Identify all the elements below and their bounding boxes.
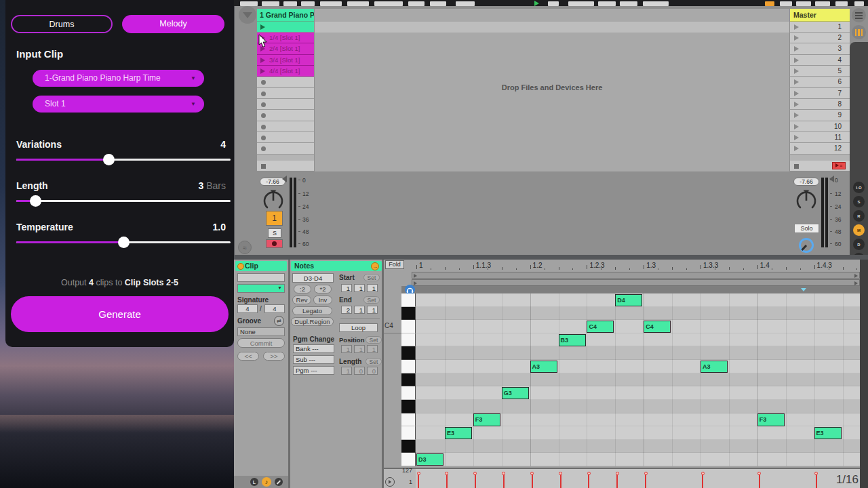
velocity-dot[interactable] — [530, 472, 534, 475]
commit-button[interactable]: Commit — [237, 338, 285, 348]
clip-slot-empty[interactable] — [257, 88, 314, 99]
scene-play-icon[interactable] — [794, 46, 799, 52]
piano-key-f3[interactable] — [401, 413, 416, 427]
io-fold-icon[interactable] — [239, 6, 256, 24]
midi-note-f3[interactable]: F3 — [473, 413, 500, 426]
midi-note-d4[interactable]: D4 — [615, 294, 642, 306]
midi-note-d3[interactable]: D3 — [416, 453, 443, 466]
midi-note-a3[interactable]: A3 — [530, 361, 557, 373]
scene-row[interactable]: 4 — [790, 55, 850, 66]
track-activator-button[interactable]: 1 — [266, 211, 283, 226]
scene-row[interactable]: 1 — [790, 22, 850, 33]
scene-play-icon[interactable] — [794, 79, 799, 85]
velocity-dot[interactable] — [417, 472, 420, 475]
scene-row[interactable]: 5 — [790, 66, 850, 77]
master-pan-knob[interactable] — [795, 189, 818, 212]
piano-key-a3[interactable] — [401, 360, 416, 373]
velocity-stem[interactable] — [418, 474, 419, 488]
scene-row[interactable]: 3 — [790, 43, 850, 54]
master-volume-handle[interactable] — [829, 176, 834, 182]
groove-hotswap-icon[interactable]: ⇄ — [274, 316, 284, 326]
midi-note-f3[interactable]: F3 — [757, 413, 785, 426]
track-header[interactable]: 1 Grand Piano P — [257, 9, 314, 22]
scene-play-icon[interactable] — [794, 102, 799, 107]
legato-button[interactable]: Legato — [292, 306, 332, 315]
length-value-box[interactable]: 0 — [354, 367, 365, 375]
slider-knob[interactable] — [118, 237, 130, 248]
clip-play-icon[interactable] — [260, 24, 265, 30]
midi-note-b3[interactable]: B3 — [559, 334, 586, 346]
start-value-box[interactable]: 1 — [354, 284, 365, 292]
end-value-box[interactable]: 2 — [341, 306, 352, 314]
note-lane-ds3[interactable] — [416, 440, 860, 453]
position-value-box[interactable]: 1 — [367, 345, 378, 353]
midi-note-e3[interactable]: E3 — [814, 427, 842, 439]
pgm-field[interactable]: Pgm --- — [293, 366, 334, 375]
scene-row[interactable]: 7 — [790, 88, 850, 99]
scene-play-icon[interactable] — [794, 113, 799, 118]
velocity-dot[interactable] — [559, 472, 562, 475]
window-splitter[interactable] — [234, 255, 868, 260]
back-to-arrangement-button[interactable]: ≡ — [832, 162, 846, 170]
piano-key-gs3[interactable] — [401, 373, 416, 387]
velocity-stem[interactable] — [759, 474, 760, 488]
track-solo-button[interactable]: S — [268, 228, 281, 238]
tab-melody[interactable]: Melody — [122, 15, 224, 33]
scene-play-icon[interactable] — [794, 135, 799, 140]
scene-play-icon[interactable] — [794, 68, 799, 74]
velocity-stem[interactable] — [702, 474, 703, 488]
clip-slot[interactable]: 4/4 [Slot 1] — [257, 66, 314, 77]
length-value-box[interactable]: 1 — [341, 367, 352, 375]
clip-active-icon[interactable] — [237, 263, 244, 270]
midi-note-a3[interactable]: A3 — [701, 361, 728, 373]
note-lane-fs3[interactable] — [416, 400, 860, 413]
mixer-toggle-s[interactable]: S — [853, 196, 865, 207]
note-lane-gs3[interactable] — [416, 373, 860, 387]
follow-button[interactable]: L — [250, 478, 258, 486]
velocity-stem[interactable] — [475, 474, 476, 488]
clip-slot-empty[interactable] — [257, 99, 314, 110]
piano-key-d3[interactable] — [401, 453, 416, 466]
loop-button[interactable]: Loop — [339, 323, 378, 332]
session-drop-zone[interactable]: Drop Files and Devices Here — [315, 9, 789, 171]
piano-key-ds3[interactable] — [401, 440, 416, 453]
velocity-dot[interactable] — [445, 472, 448, 475]
mixer-toggle-io[interactable]: I-O — [853, 182, 865, 193]
clip-color-chooser[interactable]: ▼ — [237, 284, 285, 293]
piano-key-cs4[interactable] — [401, 307, 416, 321]
sub-bank-field[interactable]: Sub --- — [293, 355, 334, 364]
start-value-box[interactable]: 1 — [341, 284, 352, 292]
mixer-toggle-d[interactable]: D — [853, 239, 865, 250]
piano-key-as3[interactable] — [401, 346, 416, 360]
scene-row[interactable]: 6 — [790, 77, 850, 87]
browser-wave-icon[interactable]: ≈ — [238, 241, 252, 254]
scene-row[interactable]: 10 — [790, 121, 850, 132]
clip-slot-empty[interactable] — [257, 110, 314, 121]
velocity-stem[interactable] — [560, 474, 561, 488]
scene-play-icon[interactable] — [794, 35, 799, 41]
master-solo-button[interactable]: Solo — [794, 224, 819, 233]
scene-overview-icon[interactable] — [852, 8, 866, 22]
end-set-button[interactable]: Set — [363, 296, 380, 304]
slider-track[interactable] — [16, 159, 231, 161]
velocity-stem[interactable] — [616, 474, 618, 488]
velocity-dot[interactable] — [502, 472, 505, 475]
mixer-view-icon[interactable] — [852, 25, 866, 39]
scene-play-icon[interactable] — [794, 146, 799, 151]
marker-lane[interactable] — [401, 286, 860, 293]
half-time-button[interactable]: :2 — [294, 285, 311, 293]
length-set-button[interactable]: Set — [366, 358, 382, 365]
master-track-header[interactable]: Master — [790, 9, 850, 22]
track-pan-knob[interactable] — [262, 189, 285, 212]
clip-slot-empty[interactable] — [257, 143, 314, 154]
nudge-back-button[interactable]: << — [237, 352, 259, 361]
position-value-box[interactable]: 1 — [354, 345, 365, 353]
clip-slot-empty[interactable] — [257, 77, 314, 87]
clip-name-field[interactable] — [237, 273, 285, 282]
master-volume-value[interactable]: -7.66 — [793, 178, 819, 186]
master-stop-row[interactable]: ≡ — [790, 161, 850, 172]
note-lane-cs4[interactable] — [416, 307, 860, 321]
note-lane-as3[interactable] — [416, 346, 860, 360]
track-volume-handle[interactable] — [282, 176, 287, 182]
midi-editor-button[interactable]: ♪ — [262, 477, 271, 487]
